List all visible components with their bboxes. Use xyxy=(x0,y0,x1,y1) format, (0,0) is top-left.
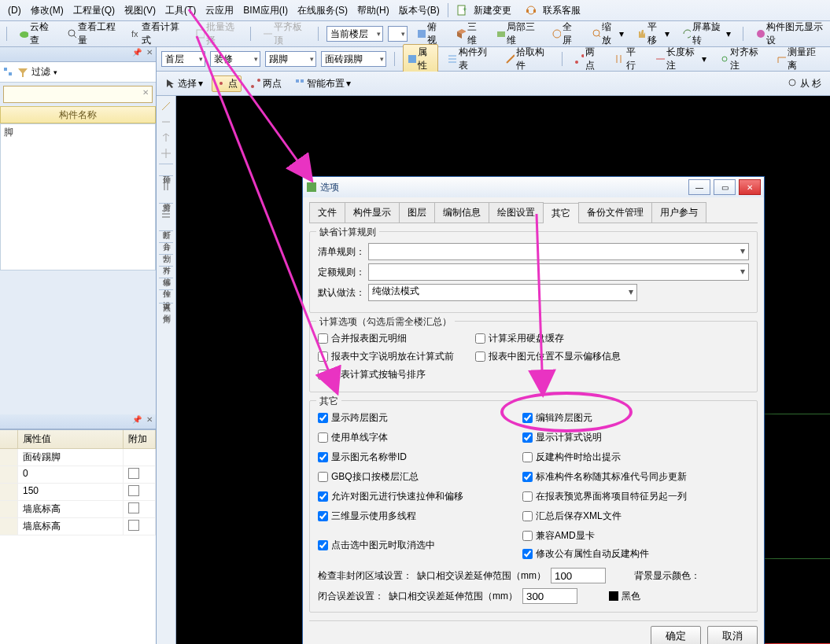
menu-view[interactable]: 视图(V) xyxy=(120,4,160,17)
tab-layer[interactable]: 图层 xyxy=(399,202,435,223)
new-change-button[interactable]: +新建变更 xyxy=(452,4,521,17)
tab-backup[interactable]: 备份文件管理 xyxy=(578,202,652,223)
close-button[interactable]: ✕ xyxy=(739,179,761,195)
menu-help[interactable]: 帮助(H) xyxy=(352,4,394,17)
checkbox[interactable] xyxy=(128,520,139,531)
chk-amd[interactable]: 兼容AMD显卡 xyxy=(522,529,609,543)
move-icon[interactable] xyxy=(160,148,172,159)
table-row[interactable]: 墙底标高 xyxy=(0,518,156,535)
measure-button[interactable]: 测量距离 xyxy=(773,44,825,74)
attributes-button[interactable]: 属性 xyxy=(403,44,439,74)
smart-layout-button[interactable]: 智能布置 ▾ xyxy=(290,75,355,92)
chk-report-feature-newcol[interactable]: 在报表预览界面将项目特征另起一列 xyxy=(522,490,749,503)
category-select[interactable]: 装修 xyxy=(210,51,261,67)
chk-quick-stretch[interactable]: 允许对图元进行快速拉伸和偏移 xyxy=(318,490,522,503)
chk-merge-report[interactable]: 合并报表图元明细 xyxy=(318,332,459,345)
chk-std-name-sync[interactable]: 标准构件名称随其标准代号同步更新 xyxy=(522,470,749,484)
component-list[interactable]: 脚 xyxy=(0,123,156,270)
funnel-icon[interactable] xyxy=(17,67,28,78)
chk-gbq-by-floor[interactable]: GBQ接口按楼层汇总 xyxy=(318,470,522,484)
search-input[interactable] xyxy=(3,86,153,103)
ok-button[interactable]: 确定 xyxy=(651,626,701,644)
subtype-select[interactable]: 面砖踢脚 xyxy=(321,51,386,67)
contact-support-button[interactable]: 联系客服 xyxy=(521,4,590,17)
current-floor-select[interactable]: 当前楼层 xyxy=(326,26,383,42)
table-row[interactable]: 150 xyxy=(0,484,156,501)
menu-d[interactable]: (D) xyxy=(3,5,26,16)
menu-tools[interactable]: 工具(T) xyxy=(160,4,201,17)
grip-tool[interactable]: 设置夹点 xyxy=(160,295,172,298)
minimize-button[interactable]: — xyxy=(688,179,710,195)
chk-reverse-build-hint[interactable]: 反建构件时给出提示 xyxy=(522,451,749,464)
list-rule-select[interactable] xyxy=(368,243,749,260)
gap-range-input[interactable] xyxy=(551,568,606,583)
tree-icon[interactable] xyxy=(3,67,14,78)
chk-single-line-font[interactable]: 使用单线字体 xyxy=(318,431,522,444)
pencil-icon[interactable] xyxy=(160,101,172,112)
floor-history-dd[interactable] xyxy=(388,26,408,42)
chk-text-before-expr[interactable]: 报表中文字说明放在计算式前 xyxy=(318,350,459,363)
tab-user-partic[interactable]: 用户参与 xyxy=(651,202,706,223)
merge-tool[interactable]: 合并 xyxy=(160,236,172,237)
split-tool[interactable]: 分割 xyxy=(160,248,172,249)
tab-draw-settings[interactable]: 绘图设置 xyxy=(489,202,544,223)
from-component-button[interactable]: 从 杉 xyxy=(784,75,825,92)
chk-hide-offset[interactable]: 报表中图元位置不显示偏移信息 xyxy=(475,350,621,363)
break-icon[interactable] xyxy=(160,208,172,219)
gap2-range-input[interactable] xyxy=(522,588,577,604)
menu-modify[interactable]: 修改(M) xyxy=(26,4,68,17)
dialog-titlebar[interactable]: 选项 — ▭ ✕ xyxy=(303,177,764,197)
menu-ver[interactable]: 版本号(B) xyxy=(394,4,445,17)
parallel-button[interactable]: 平行 xyxy=(611,44,647,74)
checkbox[interactable] xyxy=(128,502,139,513)
chk-show-name-id[interactable]: 显示图元名称带ID xyxy=(318,451,522,464)
chk-click-deselect[interactable]: 点击选中图元时取消选中 xyxy=(318,529,522,561)
offset-tool[interactable]: 偏移 xyxy=(160,271,172,273)
pin-icon[interactable]: 📌 xyxy=(132,48,142,57)
break-tool[interactable]: 打断 xyxy=(160,224,172,226)
bg-color-select[interactable]: 黑色 xyxy=(606,590,708,603)
cancel-button[interactable]: 取消 xyxy=(707,626,758,644)
pointer-button[interactable]: 选择 ▾ xyxy=(161,75,207,92)
two-point-button[interactable]: 两点 xyxy=(570,44,607,74)
tab-component-display[interactable]: 构件显示 xyxy=(345,202,400,223)
menu-cloud[interactable]: 云应用 xyxy=(201,4,238,17)
tab-file[interactable]: 文件 xyxy=(309,202,345,223)
menu-bim[interactable]: BIM应用(I) xyxy=(238,4,293,17)
table-row[interactable]: 面砖踢脚 xyxy=(0,449,156,466)
menu-online[interactable]: 在线服务(S) xyxy=(293,4,352,17)
view-expr-button[interactable]: fx查看计算式 xyxy=(127,19,186,49)
mirror-icon[interactable] xyxy=(160,132,172,143)
pick-component-button[interactable]: 拾取构件 xyxy=(501,44,554,74)
chk-save-xml[interactable]: 汇总后保存XML文件 xyxy=(522,510,749,523)
component-list-button[interactable]: 构件列表 xyxy=(443,44,496,74)
close-icon[interactable]: ✕ xyxy=(146,48,153,57)
length-label-button[interactable]: 长度标注 ▾ xyxy=(651,44,710,74)
view-qty-button[interactable]: 查看工程量 xyxy=(63,19,123,49)
stretch-tool[interactable]: 拉伸 xyxy=(160,283,172,285)
checkbox[interactable] xyxy=(128,485,139,496)
type-select[interactable]: 踢脚 xyxy=(265,51,316,67)
tab-compile-info[interactable]: 编制信息 xyxy=(434,202,489,223)
trim-icon[interactable] xyxy=(160,181,172,192)
cloud-check-button[interactable]: 云检查 xyxy=(15,19,58,49)
point-draw-button[interactable]: 点 xyxy=(212,75,242,92)
tab-other[interactable]: 其它 xyxy=(543,203,579,223)
chk-sort-by-axis[interactable]: 报表计算式按轴号排序 xyxy=(318,368,459,381)
line-icon[interactable] xyxy=(160,116,172,127)
table-row[interactable]: 0 xyxy=(0,466,156,484)
pin-icon[interactable]: 📌 xyxy=(132,415,142,424)
list-item[interactable]: 脚 xyxy=(4,126,152,139)
maximize-button[interactable]: ▭ xyxy=(714,179,736,195)
table-row[interactable]: 墙底标高 xyxy=(0,501,156,518)
close-icon[interactable]: ✕ xyxy=(146,415,153,424)
quota-rule-select[interactable] xyxy=(368,263,749,281)
chk-3d-multithread[interactable]: 三维显示使用多线程 xyxy=(318,510,522,523)
align-tool[interactable]: 对齐 xyxy=(160,259,172,261)
chk-show-crosslayer[interactable]: 显示跨层图元 xyxy=(318,411,522,425)
chk-disk-cache[interactable]: 计算采用硬盘缓存 xyxy=(475,332,617,345)
extend-tool[interactable]: 延伸 xyxy=(160,169,172,171)
trim-tool[interactable]: 修剪 xyxy=(160,197,172,198)
chk-auto-reverse-build[interactable]: 修改公有属性自动反建构件 xyxy=(522,547,664,561)
filter-label[interactable]: 过滤 xyxy=(31,65,50,79)
